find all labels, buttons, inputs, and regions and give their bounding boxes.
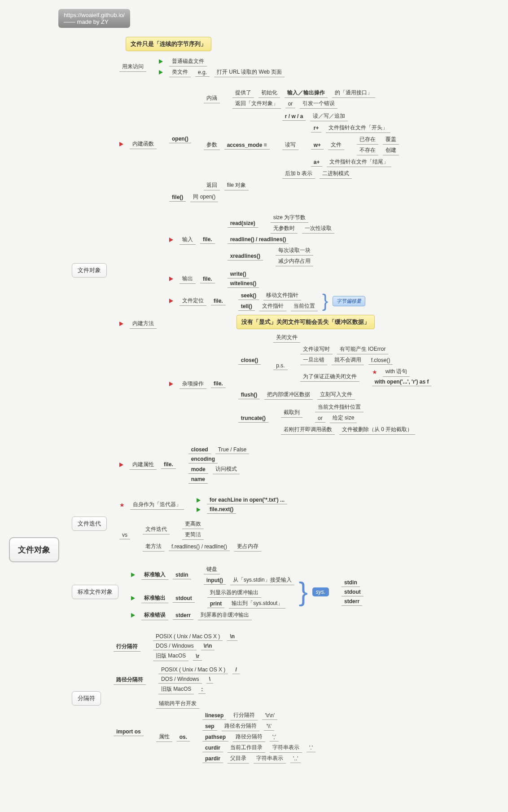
node: import os [114, 728, 144, 736]
node: 提供了 [232, 88, 254, 98]
node: 父目录 [228, 754, 249, 763]
node: \ [206, 675, 213, 684]
node: write() [228, 270, 249, 278]
node: 输入／输出操作 [285, 88, 328, 98]
node: or [315, 414, 325, 423]
node: vs [119, 531, 130, 539]
node: r+ [311, 124, 322, 132]
node: encoding [188, 455, 218, 463]
node: / [232, 666, 239, 674]
node-builtin-method: 内建方法 [130, 319, 157, 329]
node: POSIX ( Unix / Mac OS X ) [153, 632, 223, 641]
node: 引发一个错误 [300, 99, 337, 109]
node: 移动文件指针 [263, 291, 301, 300]
node: 返回「文件对象」 [232, 99, 281, 109]
node: f.close() [368, 356, 393, 365]
node: 从「sys.stdin」接受输入 [230, 575, 294, 585]
node: 不存在 [357, 146, 378, 155]
node: 二进制模式 [320, 169, 352, 179]
node: 旧版 MacOS [153, 651, 188, 661]
node: a+ [311, 158, 323, 167]
node: 字符串表示 [270, 743, 302, 753]
node: 读写 [282, 140, 298, 150]
node: r / w / a [282, 112, 306, 121]
node: : [198, 685, 206, 694]
header-credit: —— made by ZY [64, 18, 125, 25]
node: ';' [270, 733, 279, 741]
star-icon: ★ [119, 502, 125, 508]
node: \r [193, 652, 202, 661]
node: 输出到「sys.stdout」 [229, 599, 285, 609]
node-access: 用来访问 [119, 62, 146, 72]
flag-icon [131, 573, 135, 577]
node: stdin [173, 571, 191, 579]
node: 属性 [156, 732, 172, 742]
node: 文件读写时 [300, 344, 333, 354]
flag-icon [119, 322, 123, 326]
node: truncate() [238, 414, 268, 423]
node: 就不会调用 [332, 355, 364, 365]
node: DOS / Windows [158, 675, 202, 684]
node: 自身作为「迭代器」 [130, 500, 184, 510]
root-node: 文件对象 [9, 537, 59, 562]
branch-separator: 分隔符 [72, 691, 101, 706]
node: 路径分隔符 [114, 675, 146, 685]
node: file. [161, 460, 176, 469]
node: close() [238, 356, 261, 365]
node: 到显示器的缓冲输出 [207, 588, 261, 598]
node: file 对象 [224, 181, 249, 190]
node: 行分隔符 [114, 642, 140, 652]
header-url: https://woaielf.github.io/ [64, 12, 125, 18]
node: 键盘 [204, 565, 220, 574]
node: 读／写／追加 [310, 111, 348, 121]
node: 路径分隔符 [233, 732, 265, 742]
node: 文件 [328, 140, 344, 150]
node: 字符串表示 [254, 754, 286, 763]
node: access_mode = [224, 141, 270, 150]
node: mode [188, 465, 208, 474]
node: 关闭文件 [273, 333, 300, 343]
flag-icon [197, 498, 201, 503]
flag-icon [169, 238, 173, 242]
node: 创建 [383, 146, 399, 155]
node: 给定 size [330, 413, 357, 423]
node: 无参数时 [271, 224, 298, 234]
node: '..' [290, 755, 301, 763]
node: stdout [342, 588, 363, 596]
flag-icon [169, 382, 173, 386]
callout-sequence: 文件只是「连续的字节序列」 [126, 37, 211, 51]
node: stderr [173, 611, 193, 620]
node: 老方法 [143, 542, 164, 552]
flag-icon [119, 463, 123, 467]
node: 文件定位 [180, 296, 206, 306]
node: linesep [202, 711, 226, 720]
node: readline() / readlines() [228, 235, 289, 244]
node: 已存在 [357, 135, 378, 145]
brace-icon: } [299, 587, 308, 596]
star-icon: ★ [372, 369, 377, 375]
callout-offset: 字节偏移量 [333, 296, 365, 306]
node: 同 open() [190, 192, 218, 202]
brace-icon: } [322, 296, 328, 305]
node: p.s. [273, 362, 287, 370]
node: 为了保证正确关闭文件 [300, 372, 359, 382]
node: file. [200, 235, 215, 244]
node: flush() [238, 391, 260, 399]
branch-file-object: 文件对象 [72, 263, 107, 278]
node: 内涵 [204, 93, 220, 103]
node: 每次读取一块 [276, 246, 313, 256]
node: 立刻写入文件 [317, 390, 355, 400]
node: stdin [342, 578, 360, 587]
node: read(size) [228, 219, 258, 228]
flag-icon [197, 508, 201, 512]
flag-icon [159, 70, 163, 75]
node: 有可能产生 IOError [337, 344, 389, 354]
node: 文件被删除（从 0 开始截取） [339, 425, 415, 435]
node: tell() [238, 302, 255, 311]
node: 辅助跨平台开发 [156, 699, 199, 709]
node: 类文件 [169, 67, 191, 77]
node: seek() [238, 291, 259, 300]
node: pathsep [202, 733, 228, 741]
node: 文件指针在文件「结尾」 [327, 157, 391, 167]
node: or [285, 100, 296, 108]
